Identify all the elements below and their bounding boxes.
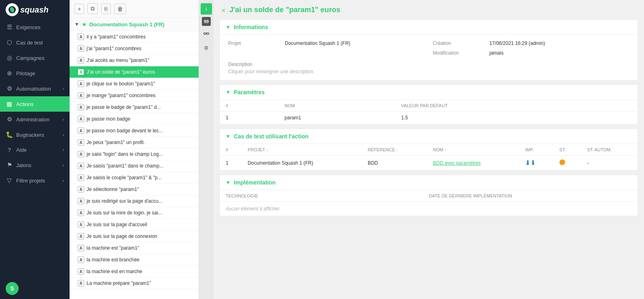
description-area: Description Cliquer pour renseigner une … [220,61,638,80]
item-label: Je peux "param1" un profil. [87,140,145,145]
col-num: # [220,100,279,112]
sidebar-item-exigences[interactable]: ☰ Exigences [0,19,70,35]
parametres-table: # NOM VALEUR PAR DÉFAUT 1 param1 1.5 [220,100,638,124]
cell-importance: ⬇⬇ [519,156,553,170]
sidebar-item-administration[interactable]: ⚙ Administration › [0,112,70,127]
delete-button[interactable]: 🗑 [114,4,126,14]
test-link[interactable]: BDD avec paramètres [433,160,481,166]
item-type-badge: A [78,116,84,122]
list-item[interactable]: A la machine est branchée [70,254,199,266]
info-grid: Projet Documentation Squash 1 (FR) Créat… [220,35,638,61]
sidebar-item-pilotage[interactable]: ⊕ Pilotage [0,66,70,81]
sidebar-item-jalons[interactable]: ⚑ Jalons › [0,157,70,173]
list-item[interactable]: A je passe le badge de "param1" d... [70,102,199,113]
list-item[interactable]: A il y a "param1" concombres [70,31,199,43]
logo: squash [6,3,49,16]
item-label: J'ai un solde de "param1" euros [87,69,155,75]
item-label: je mange "param1" concombres [87,93,156,98]
tree-root[interactable]: ▼ ★ Documentation Squash 1 (FR) [70,18,199,31]
paste-button[interactable]: ⎘ [101,4,111,14]
list-item[interactable]: A Je peux "param1" un profil. [70,137,199,148]
copy-button[interactable]: ⧉ [87,3,98,14]
informations-header[interactable]: ▼ Informations [220,20,638,35]
list-item[interactable]: A Je saisis le couple "param1" & "p... [70,172,199,184]
logo-area: squash [0,0,70,19]
jalons-icon: ⚑ [6,161,13,169]
sidebar-item-aide[interactable]: ? Aide › [0,142,70,157]
settings-button[interactable]: ⚙ [201,42,212,53]
parametres-header[interactable]: ▼ Paramètres [220,85,638,100]
modification-label: Modification [433,50,481,56]
item-label: La machine prépare "param1" [87,280,151,286]
list-item[interactable]: A je passe mon badge devant le lec... [70,125,199,137]
cell-st-autom: - [581,156,638,170]
logo-icon [6,3,19,16]
sidebar-item-bugtrackers[interactable]: 🐛 Bugtrackers › [0,127,70,142]
item-type-badge: A [78,57,84,64]
sidebar-item-label: Exigences [16,24,40,30]
description-input[interactable]: Cliquer pour renseigner une description. [228,69,629,74]
item-type-badge: A [78,69,84,75]
list-item[interactable]: A je passe mon badge [70,113,199,125]
sidebar-item-automatisation[interactable]: ⚙ Automatisation › [0,81,70,96]
list-item[interactable]: A J'ai un solde de "param1" euros [70,66,199,78]
list-item[interactable]: A Je suis sur la page de connexion [70,231,199,242]
info-button[interactable]: i [201,3,212,15]
tree-panel: + ⧉ ⎘ 🗑 ▼ ★ Documentation Squash 1 (FR) … [70,0,199,299]
sidebar-item-filtre-projets[interactable]: ▽ Filtre projets › [0,173,70,188]
col-valeur: VALEUR PAR DÉFAUT [396,100,638,112]
sidebar-item-cas-de-test[interactable]: ⬡ Cas de test [0,35,70,50]
avatar[interactable]: S [6,282,19,295]
list-item[interactable]: A j'ai "param1" concombres [70,43,199,55]
item-label: Je suis sur la mire de login. je sai... [87,210,162,216]
list-item[interactable]: A Je suis sur la mire de login. je sai..… [70,207,199,219]
item-label: je suis redirigé sur la page d'accu... [87,198,163,204]
list-item[interactable]: A la machine est en marche [70,266,199,278]
sidebar-item-campagnes[interactable]: ◎ Campagnes [0,50,70,66]
list-item[interactable]: A Je saisis "param1" dans le champ... [70,160,199,172]
cell-valeur: 1.5 [396,112,638,124]
chevron-right-icon: › [63,148,64,152]
list-item[interactable]: A je saisi "login" dans le champ Log... [70,148,199,160]
list-item[interactable]: A je suis redirigé sur la page d'accu... [70,195,199,207]
list-item[interactable]: A je mange "param1" concombres [70,90,199,102]
implementation-header[interactable]: ▼ Implémentation [220,175,638,190]
sort-icon: ↑ [266,148,268,152]
list-item[interactable]: A la machine est "param1" [70,242,199,254]
item-type-badge: A [78,34,84,40]
item-label: J'ai accès au menu "param1" [87,57,149,63]
sidebar-item-actions[interactable]: ▦ Actions [0,96,70,112]
table-row: 1 param1 1.5 [220,112,638,124]
sidebar: squash ☰ Exigences ⬡ Cas de test ◎ Campa… [0,0,70,299]
aide-icon: ? [6,146,13,153]
list-item[interactable]: A Je suis sur la page d'accueil [70,219,199,231]
collapse-arrow-icon: ▼ [74,21,79,27]
creation-label: Création [433,40,481,46]
cell-projet: Documentation Squash 1 (FR) [242,156,362,170]
cas-de-test-header[interactable]: ▼ Cas de test utilisant l'action [220,129,638,144]
list-item[interactable]: A Je sélectionne "param1" [70,184,199,195]
back-button[interactable]: « [222,6,225,14]
cas-de-test-icon: ⬡ [6,39,13,46]
info-icon: i [206,6,207,12]
settings-icon: ⚙ [204,45,209,51]
cell-nom: param1 [279,112,396,124]
list-item[interactable]: A je clique sur le bouton "param1" [70,78,199,90]
table-row: 1 Documentation Squash 1 (FR) BDD BDD av… [220,156,638,170]
list-item[interactable]: A La machine prépare "param1" [70,278,199,289]
link-button[interactable] [201,28,212,40]
item-label: il y a "param1" concombres [87,34,146,40]
chevron-right-icon: › [63,163,64,168]
add-button[interactable]: + [74,4,84,14]
item-type-badge: A [78,174,84,181]
page-title: J'ai un solde de "param1" euros [229,6,340,14]
item-type-badge: A [78,127,84,134]
sort-icon: ↑ [445,148,447,152]
col-nom: NOM ↑ [427,144,519,156]
item-label: Je saisis "param1" dans le champ... [87,163,163,169]
cell-reference: BDD [362,156,427,170]
item-type-badge: A [78,81,84,87]
section-title: Implémentation [234,179,275,186]
item-type-badge: A [78,186,84,193]
list-item[interactable]: A J'ai accès au menu "param1" [70,55,199,66]
